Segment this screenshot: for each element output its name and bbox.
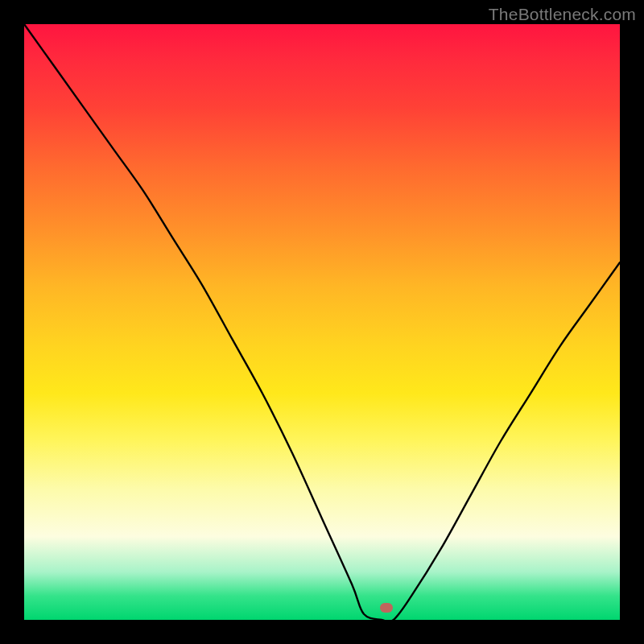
watermark-text: TheBottleneck.com — [489, 5, 636, 24]
optimum-marker — [380, 603, 393, 613]
chart-frame: TheBottleneck.com — [0, 0, 644, 644]
bottleneck-curve — [0, 0, 644, 644]
curve-path — [24, 24, 620, 621]
